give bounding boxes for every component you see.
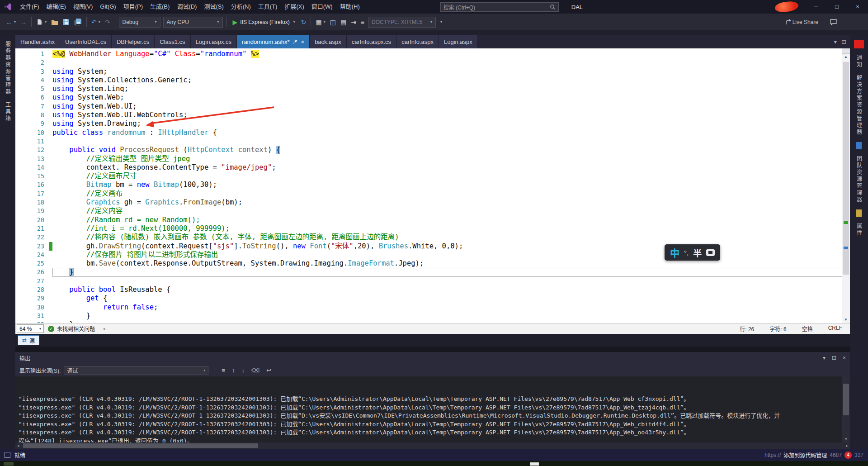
- code-line[interactable]: 18 Graphics gh = Graphics.FromImage(bm);: [15, 198, 850, 207]
- scrollbar-thumb[interactable]: [843, 62, 849, 275]
- code-line[interactable]: 15 //定义画布尺寸: [15, 172, 850, 181]
- ime-skin-icon[interactable]: [706, 249, 715, 256]
- source-view-button[interactable]: ⇄ 源: [18, 335, 39, 345]
- document-health-indicator[interactable]: ✓ 未找到相关问题: [48, 325, 95, 333]
- breakpoint-gutter[interactable]: [15, 216, 25, 224]
- space-mode-label[interactable]: 空格: [802, 325, 813, 333]
- ime-chinese-mode[interactable]: 中: [670, 246, 679, 259]
- scrollbar-thumb[interactable]: [23, 443, 258, 448]
- editor-vertical-scrollbar[interactable]: ▲ ▼: [842, 48, 850, 323]
- add-to-source-control-button[interactable]: 添加到源代码管理: [783, 451, 827, 459]
- prev-message-icon[interactable]: ↑: [230, 367, 237, 374]
- menu-item[interactable]: 文件(F): [16, 0, 43, 14]
- prev-issue-icon[interactable]: ◂: [103, 326, 105, 332]
- image-tool-button[interactable]: ◫: [328, 16, 338, 28]
- chevron-down-icon[interactable]: ▾: [823, 355, 826, 361]
- document-tab[interactable]: randomnum.ashx*×: [237, 35, 310, 48]
- ime-punctuation[interactable]: °,: [684, 249, 689, 257]
- quick-search-box[interactable]: 搜索 (Ctrl+Q): [440, 2, 559, 12]
- pin-icon[interactable]: ⊡: [832, 355, 836, 361]
- menu-item[interactable]: 帮助(H): [336, 0, 363, 14]
- breakpoint-gutter[interactable]: [15, 102, 25, 111]
- zoom-select[interactable]: 64 % ▾: [17, 324, 44, 333]
- live-share-button[interactable]: Live Share: [783, 16, 821, 28]
- undo-button[interactable]: ↶▾: [89, 16, 103, 28]
- breakpoint-gutter[interactable]: [15, 172, 25, 181]
- code-line[interactable]: 28 public bool IsReusable {: [15, 285, 850, 294]
- code-line[interactable]: 6using System.Web;: [15, 93, 850, 102]
- code-editor[interactable]: 1<%@ WebHandler Language="C#" Class="ran…: [15, 48, 850, 323]
- word-wrap-icon[interactable]: ↩: [264, 367, 273, 374]
- code-line[interactable]: 25 bm.Save(context.Response.OutputStream…: [15, 259, 850, 268]
- code-line[interactable]: 32 }: [15, 320, 850, 323]
- redo-button[interactable]: ↷: [103, 16, 113, 28]
- save-button[interactable]: [61, 16, 72, 28]
- find-message-icon[interactable]: ≡: [220, 367, 227, 374]
- code-line[interactable]: 29 get {: [15, 294, 850, 303]
- code-line[interactable]: 21 //int i = rd.Next(100000, 999999);: [15, 224, 850, 233]
- document-tab[interactable]: Login.aspx: [439, 35, 478, 48]
- eol-label[interactable]: CRLF: [828, 325, 842, 333]
- new-item-button[interactable]: ▾: [34, 16, 49, 28]
- breakpoint-gutter[interactable]: [15, 251, 25, 259]
- side-panel-tab[interactable]: 通知: [855, 55, 863, 68]
- editor-split-handle[interactable]: [842, 48, 850, 54]
- format-button[interactable]: ≡: [359, 16, 367, 28]
- code-line[interactable]: 13 //定义输出类型 图片类型 jpeg: [15, 155, 850, 163]
- scroll-right-icon[interactable]: ▸: [844, 443, 850, 448]
- output-text-area[interactable]: "iisexpress.exe" (CLR v4.0.30319: /LM/W3…: [15, 376, 850, 442]
- browser-link-button[interactable]: ▦▾: [313, 16, 327, 28]
- menu-item[interactable]: 扩展(X): [281, 0, 307, 14]
- breakpoint-gutter[interactable]: [15, 50, 25, 58]
- breakpoint-gutter[interactable]: [15, 128, 25, 137]
- breakpoint-gutter[interactable]: [15, 111, 25, 119]
- output-horizontal-scrollbar[interactable]: ◂ ▸: [15, 442, 850, 449]
- breakpoint-gutter[interactable]: [15, 85, 25, 93]
- minimize-button[interactable]: ─: [806, 0, 826, 14]
- platform-select[interactable]: Any CPU ▾: [163, 17, 223, 28]
- indent-button[interactable]: ⇥: [349, 16, 359, 28]
- output-vertical-scrollbar[interactable]: ▲ ▼: [842, 376, 850, 442]
- document-tab[interactable]: Login.aspx.cs: [191, 35, 237, 48]
- refresh-button[interactable]: ↻: [299, 16, 309, 28]
- breakpoint-gutter[interactable]: [15, 312, 25, 320]
- breakpoint-gutter[interactable]: [15, 233, 25, 242]
- solution-config-select[interactable]: Debug ▾: [119, 17, 160, 28]
- breakpoint-gutter[interactable]: [15, 146, 25, 154]
- document-tab[interactable]: back.aspx: [310, 35, 347, 48]
- breakpoint-gutter[interactable]: [15, 320, 25, 323]
- maximize-button[interactable]: □: [826, 0, 847, 14]
- taskbar-icon[interactable]: [4, 462, 14, 466]
- document-outline-button[interactable]: ▤: [338, 16, 349, 28]
- tab-options-icon[interactable]: ⊡: [841, 38, 846, 45]
- scroll-down-icon[interactable]: ▼: [842, 317, 850, 323]
- output-source-select[interactable]: 调试 ▾: [64, 366, 208, 375]
- menu-item[interactable]: 调试(D): [173, 0, 200, 14]
- side-panel-tab[interactable]: 服务器资源管理器: [4, 41, 12, 95]
- scroll-down-icon[interactable]: ▼: [842, 436, 850, 442]
- code-line[interactable]: 17 //定义画布: [15, 190, 850, 198]
- open-file-button[interactable]: [49, 16, 61, 28]
- side-panel-tab[interactable]: 工具箱: [4, 102, 12, 122]
- breakpoint-gutter[interactable]: [15, 277, 25, 285]
- next-message-icon[interactable]: ↓: [240, 367, 246, 374]
- ime-halfwidth[interactable]: 半: [693, 247, 702, 259]
- code-line[interactable]: 22 //将内容 (随机数) 嵌入到画布 参数 (文本, 字体, 距离图画左边的…: [15, 233, 850, 242]
- code-line[interactable]: 1<%@ WebHandler Language="C#" Class="ran…: [15, 50, 850, 58]
- side-panel-tab[interactable]: 解决方案资源管理器: [855, 75, 863, 136]
- document-tab[interactable]: carInfo.aspx: [396, 35, 439, 48]
- scrollbar-thumb[interactable]: [843, 384, 849, 415]
- code-line[interactable]: 27: [15, 277, 850, 285]
- menu-item[interactable]: 生成(B): [146, 0, 173, 14]
- side-panel-tab[interactable]: 团队资源管理器: [855, 156, 863, 203]
- document-tab[interactable]: Handler.ashx: [15, 35, 60, 48]
- menu-item[interactable]: 编辑(E): [43, 0, 70, 14]
- clear-all-icon[interactable]: ⌫: [250, 367, 261, 374]
- code-line[interactable]: 11: [15, 137, 850, 146]
- document-tab[interactable]: carInfo.aspx.cs: [347, 35, 396, 48]
- breakpoint-gutter[interactable]: [15, 155, 25, 163]
- breakpoint-gutter[interactable]: [15, 119, 25, 128]
- taskbar-icon[interactable]: [530, 462, 539, 466]
- document-tab[interactable]: DBHelper.cs: [112, 35, 155, 48]
- scroll-up-icon[interactable]: ▲: [842, 54, 850, 60]
